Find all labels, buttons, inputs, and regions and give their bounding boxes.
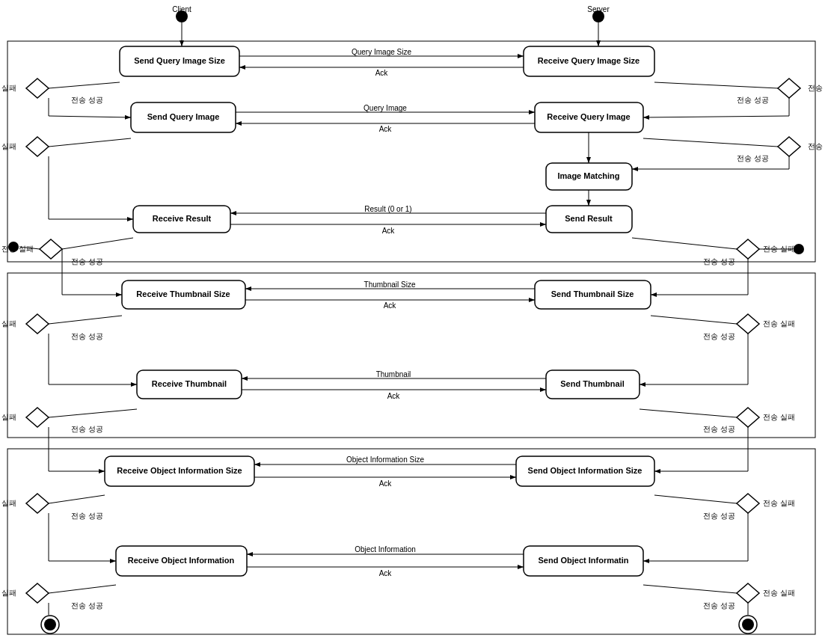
label-success-right7: 전송 성공	[703, 601, 735, 610]
send-thumbnail-label: Send Thumbnail	[560, 379, 625, 388]
receive-object-info-size-label: Receive Object Information Size	[117, 466, 242, 475]
diamond-left2	[26, 137, 49, 156]
msg-ack2: Ack	[379, 125, 393, 133]
label-success-right2: 전송 성공	[737, 154, 769, 162]
label-success-right3: 전송 성공	[703, 257, 735, 266]
label-fail-left1: 전송 실패	[0, 84, 16, 92]
arrow-to-diamond-right6	[654, 495, 737, 503]
send-object-info-label: Send Object Informatin	[538, 556, 628, 565]
arrow-to-diamond-left3	[62, 238, 133, 249]
label-success-left4: 전송 성공	[71, 332, 103, 340]
msg-ack3: Ack	[382, 227, 396, 235]
client-final-dot	[44, 619, 56, 631]
send-thumbnail-size-label: Send Thumbnail Size	[551, 289, 634, 298]
server-label: Server	[587, 5, 610, 13]
label-success-left3: 전송 성공	[71, 257, 103, 266]
diamond-right1	[778, 79, 800, 98]
diamond-right6	[737, 494, 759, 513]
diagram-svg: Client Server Send Query Image Size Rece…	[0, 0, 825, 644]
msg-thumbnail: Thumbnail	[376, 370, 411, 378]
receive-query-image-label: Receive Query Image	[547, 112, 630, 121]
label-fail-right7: 전송 실패	[763, 589, 795, 597]
send-query-image-size-label: Send Query Image Size	[134, 56, 225, 65]
msg-ack5: Ack	[387, 392, 401, 400]
msg-ack1: Ack	[375, 69, 389, 77]
label-fail-right4: 전송 실패	[763, 319, 795, 328]
diamond-left1	[26, 79, 49, 98]
arrow-to-diamond-left5	[49, 409, 137, 417]
send-object-info-size-label: Send Object Information Size	[528, 466, 642, 475]
label-fail-left3: 전송 실패	[1, 245, 34, 253]
image-matching-label: Image Matching	[557, 171, 619, 180]
label-fail-right2: 전송 실패	[808, 142, 825, 150]
label-fail-right1: 전송 실패	[808, 84, 825, 92]
arrow-to-diamond-left2	[49, 138, 131, 147]
msg-query-image: Query Image	[364, 104, 407, 112]
label-success-right5: 전송 성공	[703, 425, 735, 433]
diamond-left3	[40, 239, 62, 259]
receive-result-label: Receive Result	[153, 214, 212, 223]
label-success-left1: 전송 성공	[71, 96, 103, 104]
label-success-right4: 전송 성공	[703, 332, 735, 340]
msg-object-info-size: Object Information Size	[346, 456, 424, 464]
receive-query-image-size-label: Receive Query Image Size	[538, 56, 640, 65]
arrow-to-diamond-left4	[49, 316, 122, 324]
arrow-to-diamond-right3	[632, 238, 737, 249]
server-final-dot	[742, 619, 754, 631]
arrow-to-diamond-left6	[49, 495, 105, 503]
receive-object-info-label: Receive Object Information	[128, 556, 235, 565]
server-end-dot1	[794, 244, 804, 254]
label-fail-right5: 전송 실패	[763, 413, 795, 421]
label-fail-right6: 전송 실패	[763, 499, 795, 507]
send-query-image-label: Send Query Image	[147, 112, 220, 121]
diamond-left5	[26, 408, 49, 427]
label-fail-left5: 전송 실패	[0, 413, 16, 421]
flow-left-to-row2	[49, 116, 131, 117]
label-success-left7: 전송 성공	[71, 601, 103, 610]
msg-result: Result (0 or 1)	[364, 205, 411, 213]
diamond-left4	[26, 314, 49, 334]
label-success-right1: 전송 성공	[737, 96, 769, 104]
arrow-to-diamond-right5	[640, 409, 737, 417]
label-success-left6: 전송 성공	[71, 512, 103, 520]
arrow-to-diamond-left1	[49, 82, 120, 88]
receive-thumbnail-size-label: Receive Thumbnail Size	[136, 289, 230, 298]
flow-right-to-row2	[643, 116, 789, 117]
msg-query-image-size: Query Image Size	[352, 48, 411, 56]
diamond-right5	[737, 408, 759, 427]
label-fail-left2: 전송 실패	[0, 142, 16, 150]
diamond-right7	[737, 583, 759, 603]
msg-thumbnail-size: Thumbnail Size	[364, 280, 416, 289]
diamond-right4	[737, 314, 759, 334]
diamond-left6	[26, 494, 49, 513]
arrow-to-diamond-right1	[654, 82, 778, 88]
label-success-left5: 전송 성공	[71, 425, 103, 433]
label-fail-left4: 전송 실패	[0, 319, 16, 328]
arrow-to-diamond-left7	[49, 585, 116, 593]
msg-ack6: Ack	[379, 479, 393, 488]
msg-ack4: Ack	[384, 301, 397, 310]
diamond-right3	[737, 239, 759, 259]
receive-thumbnail-label: Receive Thumbnail	[152, 379, 227, 388]
label-fail-right3: 전송 실패	[763, 245, 795, 253]
label-fail-left6: 전송 실패	[0, 499, 16, 507]
label-success-right6: 전송 성공	[703, 512, 735, 520]
label-fail-left7: 전송 실패	[0, 589, 16, 597]
arrow-to-diamond-right4	[651, 316, 737, 324]
msg-ack7: Ack	[379, 569, 393, 577]
msg-object-info: Object Information	[355, 545, 416, 553]
diamond-right2	[778, 137, 800, 156]
client-label: Client	[172, 5, 191, 13]
diamond-left7	[26, 583, 49, 603]
send-result-label: Send Result	[565, 214, 613, 223]
arrow-to-diamond-right2	[643, 138, 778, 147]
arrow-to-diamond-right7	[643, 585, 737, 593]
